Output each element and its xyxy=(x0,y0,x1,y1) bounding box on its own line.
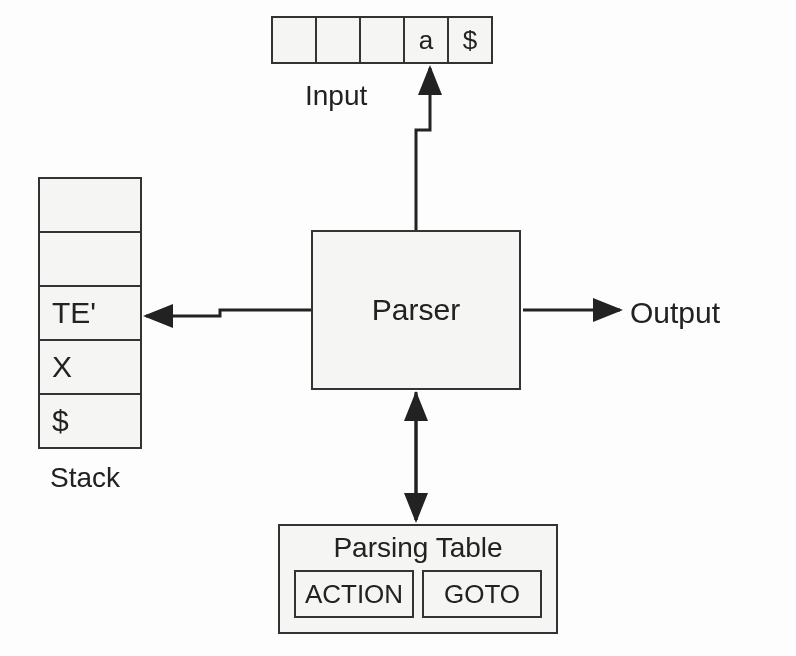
input-cell: a xyxy=(403,16,449,64)
parsing-table: Parsing Table ACTION GOTO xyxy=(278,524,558,634)
arrow-parser-to-input xyxy=(416,68,430,230)
stack: TE' X $ xyxy=(38,177,142,449)
arrow-parser-to-stack xyxy=(146,310,311,316)
input-label: Input xyxy=(305,80,367,112)
parser-box: Parser xyxy=(311,230,521,390)
input-cell xyxy=(315,16,361,64)
input-cell xyxy=(359,16,405,64)
stack-cell: X xyxy=(38,339,142,395)
stack-cell: TE' xyxy=(38,285,142,341)
action-cell: ACTION xyxy=(294,570,414,618)
goto-cell: GOTO xyxy=(422,570,542,618)
stack-cell xyxy=(38,231,142,287)
parsing-table-title: Parsing Table xyxy=(290,532,546,564)
stack-label: Stack xyxy=(50,462,120,494)
input-cell: $ xyxy=(447,16,493,64)
input-cell xyxy=(271,16,317,64)
stack-cell: $ xyxy=(38,393,142,449)
stack-cell xyxy=(38,177,142,233)
output-label: Output xyxy=(630,296,720,330)
input-buffer: a $ xyxy=(271,16,493,64)
parser-label: Parser xyxy=(372,293,460,327)
